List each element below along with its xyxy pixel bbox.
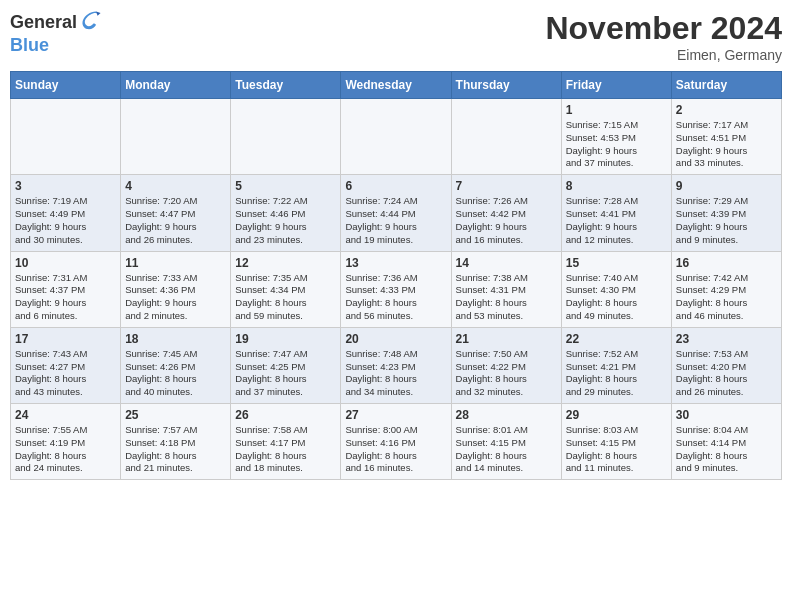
calendar-cell: 21Sunrise: 7:50 AM Sunset: 4:22 PM Dayli… bbox=[451, 327, 561, 403]
day-info: Sunrise: 7:50 AM Sunset: 4:22 PM Dayligh… bbox=[456, 348, 557, 399]
day-info: Sunrise: 7:35 AM Sunset: 4:34 PM Dayligh… bbox=[235, 272, 336, 323]
weekday-header-monday: Monday bbox=[121, 72, 231, 99]
logo-bird-icon bbox=[80, 10, 102, 36]
calendar-cell: 14Sunrise: 7:38 AM Sunset: 4:31 PM Dayli… bbox=[451, 251, 561, 327]
calendar-cell: 29Sunrise: 8:03 AM Sunset: 4:15 PM Dayli… bbox=[561, 404, 671, 480]
weekday-header-thursday: Thursday bbox=[451, 72, 561, 99]
weekday-header-wednesday: Wednesday bbox=[341, 72, 451, 99]
day-info: Sunrise: 7:33 AM Sunset: 4:36 PM Dayligh… bbox=[125, 272, 226, 323]
calendar-cell: 17Sunrise: 7:43 AM Sunset: 4:27 PM Dayli… bbox=[11, 327, 121, 403]
day-number: 10 bbox=[15, 256, 116, 270]
weekday-header-tuesday: Tuesday bbox=[231, 72, 341, 99]
calendar-cell: 11Sunrise: 7:33 AM Sunset: 4:36 PM Dayli… bbox=[121, 251, 231, 327]
day-number: 28 bbox=[456, 408, 557, 422]
day-info: Sunrise: 7:29 AM Sunset: 4:39 PM Dayligh… bbox=[676, 195, 777, 246]
calendar-week-2: 10Sunrise: 7:31 AM Sunset: 4:37 PM Dayli… bbox=[11, 251, 782, 327]
day-number: 4 bbox=[125, 179, 226, 193]
calendar-week-4: 24Sunrise: 7:55 AM Sunset: 4:19 PM Dayli… bbox=[11, 404, 782, 480]
calendar-cell: 1Sunrise: 7:15 AM Sunset: 4:53 PM Daylig… bbox=[561, 99, 671, 175]
day-number: 9 bbox=[676, 179, 777, 193]
day-info: Sunrise: 7:52 AM Sunset: 4:21 PM Dayligh… bbox=[566, 348, 667, 399]
day-info: Sunrise: 7:38 AM Sunset: 4:31 PM Dayligh… bbox=[456, 272, 557, 323]
calendar-cell: 9Sunrise: 7:29 AM Sunset: 4:39 PM Daylig… bbox=[671, 175, 781, 251]
calendar-cell: 27Sunrise: 8:00 AM Sunset: 4:16 PM Dayli… bbox=[341, 404, 451, 480]
day-number: 17 bbox=[15, 332, 116, 346]
day-info: Sunrise: 7:47 AM Sunset: 4:25 PM Dayligh… bbox=[235, 348, 336, 399]
day-number: 19 bbox=[235, 332, 336, 346]
day-info: Sunrise: 7:40 AM Sunset: 4:30 PM Dayligh… bbox=[566, 272, 667, 323]
logo: General Blue bbox=[10, 10, 102, 55]
day-info: Sunrise: 8:04 AM Sunset: 4:14 PM Dayligh… bbox=[676, 424, 777, 475]
title-area: November 2024 Eimen, Germany bbox=[545, 10, 782, 63]
calendar-cell: 10Sunrise: 7:31 AM Sunset: 4:37 PM Dayli… bbox=[11, 251, 121, 327]
calendar-week-3: 17Sunrise: 7:43 AM Sunset: 4:27 PM Dayli… bbox=[11, 327, 782, 403]
day-info: Sunrise: 7:26 AM Sunset: 4:42 PM Dayligh… bbox=[456, 195, 557, 246]
calendar-week-0: 1Sunrise: 7:15 AM Sunset: 4:53 PM Daylig… bbox=[11, 99, 782, 175]
day-number: 23 bbox=[676, 332, 777, 346]
calendar-cell: 26Sunrise: 7:58 AM Sunset: 4:17 PM Dayli… bbox=[231, 404, 341, 480]
calendar-header: SundayMondayTuesdayWednesdayThursdayFrid… bbox=[11, 72, 782, 99]
calendar-cell: 15Sunrise: 7:40 AM Sunset: 4:30 PM Dayli… bbox=[561, 251, 671, 327]
day-info: Sunrise: 7:45 AM Sunset: 4:26 PM Dayligh… bbox=[125, 348, 226, 399]
calendar-cell bbox=[11, 99, 121, 175]
day-number: 25 bbox=[125, 408, 226, 422]
calendar-cell: 23Sunrise: 7:53 AM Sunset: 4:20 PM Dayli… bbox=[671, 327, 781, 403]
day-info: Sunrise: 7:42 AM Sunset: 4:29 PM Dayligh… bbox=[676, 272, 777, 323]
day-info: Sunrise: 7:31 AM Sunset: 4:37 PM Dayligh… bbox=[15, 272, 116, 323]
calendar-cell: 12Sunrise: 7:35 AM Sunset: 4:34 PM Dayli… bbox=[231, 251, 341, 327]
weekday-header-sunday: Sunday bbox=[11, 72, 121, 99]
day-number: 12 bbox=[235, 256, 336, 270]
calendar-cell: 24Sunrise: 7:55 AM Sunset: 4:19 PM Dayli… bbox=[11, 404, 121, 480]
day-info: Sunrise: 7:58 AM Sunset: 4:17 PM Dayligh… bbox=[235, 424, 336, 475]
logo-text-general: General bbox=[10, 13, 77, 33]
calendar-cell: 19Sunrise: 7:47 AM Sunset: 4:25 PM Dayli… bbox=[231, 327, 341, 403]
day-info: Sunrise: 7:55 AM Sunset: 4:19 PM Dayligh… bbox=[15, 424, 116, 475]
day-number: 20 bbox=[345, 332, 446, 346]
day-number: 21 bbox=[456, 332, 557, 346]
day-number: 30 bbox=[676, 408, 777, 422]
calendar-cell: 30Sunrise: 8:04 AM Sunset: 4:14 PM Dayli… bbox=[671, 404, 781, 480]
day-info: Sunrise: 7:43 AM Sunset: 4:27 PM Dayligh… bbox=[15, 348, 116, 399]
day-info: Sunrise: 7:15 AM Sunset: 4:53 PM Dayligh… bbox=[566, 119, 667, 170]
header-area: General Blue November 2024 Eimen, German… bbox=[10, 10, 782, 63]
calendar-cell: 2Sunrise: 7:17 AM Sunset: 4:51 PM Daylig… bbox=[671, 99, 781, 175]
calendar-cell: 6Sunrise: 7:24 AM Sunset: 4:44 PM Daylig… bbox=[341, 175, 451, 251]
calendar-cell: 13Sunrise: 7:36 AM Sunset: 4:33 PM Dayli… bbox=[341, 251, 451, 327]
day-info: Sunrise: 7:20 AM Sunset: 4:47 PM Dayligh… bbox=[125, 195, 226, 246]
day-number: 1 bbox=[566, 103, 667, 117]
calendar-cell: 8Sunrise: 7:28 AM Sunset: 4:41 PM Daylig… bbox=[561, 175, 671, 251]
day-info: Sunrise: 8:01 AM Sunset: 4:15 PM Dayligh… bbox=[456, 424, 557, 475]
day-number: 22 bbox=[566, 332, 667, 346]
month-title: November 2024 bbox=[545, 10, 782, 47]
day-info: Sunrise: 7:57 AM Sunset: 4:18 PM Dayligh… bbox=[125, 424, 226, 475]
day-info: Sunrise: 8:03 AM Sunset: 4:15 PM Dayligh… bbox=[566, 424, 667, 475]
calendar-cell bbox=[451, 99, 561, 175]
calendar-cell: 28Sunrise: 8:01 AM Sunset: 4:15 PM Dayli… bbox=[451, 404, 561, 480]
day-number: 11 bbox=[125, 256, 226, 270]
day-info: Sunrise: 8:00 AM Sunset: 4:16 PM Dayligh… bbox=[345, 424, 446, 475]
day-info: Sunrise: 7:22 AM Sunset: 4:46 PM Dayligh… bbox=[235, 195, 336, 246]
day-info: Sunrise: 7:17 AM Sunset: 4:51 PM Dayligh… bbox=[676, 119, 777, 170]
day-info: Sunrise: 7:24 AM Sunset: 4:44 PM Dayligh… bbox=[345, 195, 446, 246]
day-number: 8 bbox=[566, 179, 667, 193]
day-info: Sunrise: 7:36 AM Sunset: 4:33 PM Dayligh… bbox=[345, 272, 446, 323]
day-number: 29 bbox=[566, 408, 667, 422]
location: Eimen, Germany bbox=[545, 47, 782, 63]
day-number: 26 bbox=[235, 408, 336, 422]
day-number: 27 bbox=[345, 408, 446, 422]
logo-text-blue: Blue bbox=[10, 36, 102, 56]
day-number: 18 bbox=[125, 332, 226, 346]
calendar-cell: 7Sunrise: 7:26 AM Sunset: 4:42 PM Daylig… bbox=[451, 175, 561, 251]
day-info: Sunrise: 7:53 AM Sunset: 4:20 PM Dayligh… bbox=[676, 348, 777, 399]
weekday-row: SundayMondayTuesdayWednesdayThursdayFrid… bbox=[11, 72, 782, 99]
calendar-week-1: 3Sunrise: 7:19 AM Sunset: 4:49 PM Daylig… bbox=[11, 175, 782, 251]
calendar-cell: 5Sunrise: 7:22 AM Sunset: 4:46 PM Daylig… bbox=[231, 175, 341, 251]
day-info: Sunrise: 7:48 AM Sunset: 4:23 PM Dayligh… bbox=[345, 348, 446, 399]
day-info: Sunrise: 7:19 AM Sunset: 4:49 PM Dayligh… bbox=[15, 195, 116, 246]
day-number: 7 bbox=[456, 179, 557, 193]
calendar-cell bbox=[231, 99, 341, 175]
calendar-table: SundayMondayTuesdayWednesdayThursdayFrid… bbox=[10, 71, 782, 480]
calendar-body: 1Sunrise: 7:15 AM Sunset: 4:53 PM Daylig… bbox=[11, 99, 782, 480]
day-number: 3 bbox=[15, 179, 116, 193]
day-number: 13 bbox=[345, 256, 446, 270]
